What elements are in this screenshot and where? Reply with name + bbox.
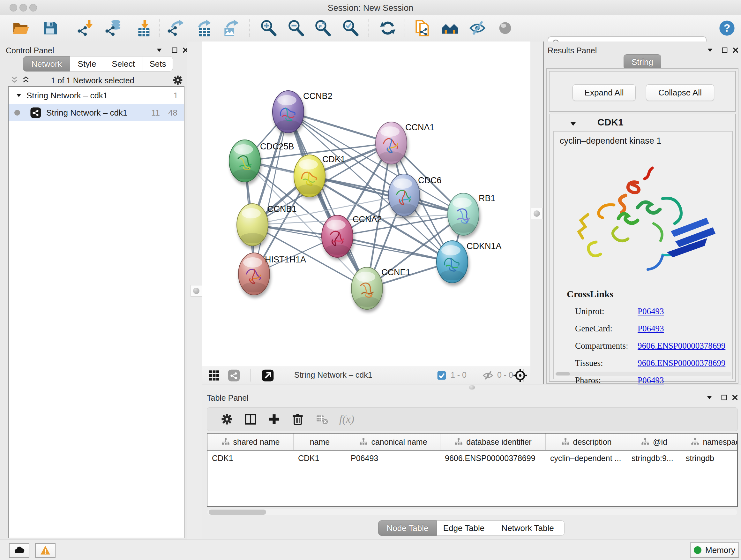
divider-collapse-handle[interactable] xyxy=(531,208,542,219)
table-panel-close-button[interactable] xyxy=(730,393,740,402)
network-node-CCNB2[interactable]: CCNB2 xyxy=(273,91,333,133)
control-panel-menu-button[interactable] xyxy=(154,45,164,55)
zoom-in-button[interactable] xyxy=(259,18,278,38)
table-cell: stringdb xyxy=(681,451,738,465)
column-header-database-identifier[interactable]: database identifier xyxy=(441,434,546,450)
collapse-arrow-icon[interactable] xyxy=(16,92,22,99)
help-button[interactable]: ? xyxy=(718,18,737,38)
column-header-canonical-name[interactable]: canonical name xyxy=(346,434,441,450)
export-image-button[interactable] xyxy=(221,18,240,38)
column-header-description[interactable]: description xyxy=(546,434,627,450)
tab-select[interactable]: Select xyxy=(104,56,143,71)
network-node-CCNB1[interactable]: CCNB1 xyxy=(237,204,297,246)
node-description: cyclin–dependent kinase 1 xyxy=(560,136,661,146)
crosslink-link[interactable]: 9606.ENSP00000378699 xyxy=(637,341,725,351)
results-panel-menu-button[interactable] xyxy=(705,45,715,55)
scrollbar-thumb[interactable] xyxy=(556,372,570,375)
table-panel-menu-button[interactable] xyxy=(704,393,714,402)
divider-handle[interactable] xyxy=(469,385,475,389)
table-panel-float-button[interactable] xyxy=(719,393,729,402)
export-table-button[interactable] xyxy=(193,18,212,38)
selected-checkbox-icon[interactable] xyxy=(436,370,447,381)
network-node-CDKN1A[interactable]: CDKN1A xyxy=(436,241,502,283)
crosslink-link[interactable]: P06493 xyxy=(637,307,664,316)
function-builder-button[interactable]: f(x) xyxy=(339,413,354,425)
new-network-from-selection-button[interactable] xyxy=(413,18,432,38)
network-node-RB1[interactable]: RB1 xyxy=(448,193,495,235)
network-node-CDK1[interactable]: CDK1 xyxy=(294,154,345,197)
card-scrollbar[interactable] xyxy=(555,372,731,376)
network-node-HIST1H1A[interactable]: HIST1H1A xyxy=(239,253,306,295)
section-collapse-icon[interactable] xyxy=(569,120,577,128)
crosslink-link[interactable]: P06493 xyxy=(637,324,664,334)
tab-node-table[interactable]: Node Table xyxy=(378,520,437,536)
tab-network[interactable]: Network xyxy=(23,56,70,71)
delete-table-icon[interactable] xyxy=(314,413,330,426)
gear-icon[interactable] xyxy=(172,74,184,86)
import-network-database-button[interactable] xyxy=(104,18,123,38)
results-panel-close-button[interactable] xyxy=(731,45,740,55)
network-node-CDC25B[interactable]: CDC25B xyxy=(229,140,294,182)
import-table-button[interactable] xyxy=(132,18,151,38)
memory-button[interactable]: Memory xyxy=(690,543,739,558)
show-hidden-button[interactable] xyxy=(495,18,515,38)
hidden-eye-icon[interactable] xyxy=(482,370,494,381)
birdseye-icon[interactable] xyxy=(513,368,528,383)
open-session-button[interactable] xyxy=(11,18,30,38)
crosslink-link[interactable]: P06493 xyxy=(637,375,664,385)
help-icon: ? xyxy=(718,19,736,37)
import-network-file-button[interactable] xyxy=(76,18,95,38)
export-network-button[interactable] xyxy=(166,18,185,38)
expand-all-button[interactable]: Expand All xyxy=(572,84,636,101)
chevron-down-icon xyxy=(706,47,714,54)
control-panel-float-button[interactable] xyxy=(170,45,179,55)
tab-edge-table[interactable]: Edge Table xyxy=(437,520,491,536)
crosslink-link[interactable]: 9606.ENSP00000378699 xyxy=(637,358,725,368)
network-node-CCNE1[interactable]: CCNE1 xyxy=(351,267,411,309)
table-settings-icon[interactable] xyxy=(220,412,234,426)
zoom-out-button[interactable] xyxy=(286,18,306,38)
panel-divider[interactable] xyxy=(187,42,202,540)
column-type-icon xyxy=(641,437,650,446)
chevron-down-icon xyxy=(706,394,713,401)
collapse-all-tree-icon[interactable] xyxy=(21,75,30,85)
detach-view-icon[interactable] xyxy=(261,369,274,382)
collapse-all-button[interactable]: Collapse All xyxy=(646,84,714,101)
grid-view-icon[interactable] xyxy=(207,369,221,382)
cloud-status-button[interactable] xyxy=(9,543,29,558)
zoom-selected-button[interactable] xyxy=(341,18,360,38)
column-header-namespace[interactable]: namespace xyxy=(681,434,738,450)
network-canvas[interactable]: CCNB2 CCNA1 CDC25B CDK1 CDC6 xyxy=(202,42,530,366)
table-row[interactable]: CDK1CDK1P064939606.ENSP00000378699cyclin… xyxy=(207,451,737,465)
tab-network-table[interactable]: Network Table xyxy=(491,520,564,536)
delete-column-icon[interactable] xyxy=(291,412,305,426)
hide-selected-button[interactable] xyxy=(468,18,487,38)
column-header--id[interactable]: @id xyxy=(627,434,681,450)
network-row[interactable]: String Network – cdk1 11 48 xyxy=(9,104,184,121)
title-bar: Session: New Session xyxy=(0,0,741,16)
tab-style[interactable]: Style xyxy=(70,56,104,71)
show-all-button[interactable] xyxy=(441,18,460,38)
expand-all-tree-icon[interactable] xyxy=(10,75,19,85)
tab-sets[interactable]: Sets xyxy=(143,56,173,71)
zoom-fit-button[interactable] xyxy=(313,18,332,38)
divider-collapse-handle[interactable] xyxy=(191,285,202,297)
scrollbar-thumb[interactable] xyxy=(209,509,266,515)
save-session-button[interactable] xyxy=(41,18,60,38)
network-node-CDC6[interactable]: CDC6 xyxy=(388,174,442,216)
show-columns-icon[interactable] xyxy=(244,412,258,426)
table-horizontal-scrollbar[interactable] xyxy=(207,509,737,515)
network-collection-row[interactable]: String Network – cdk1 1 xyxy=(9,87,184,104)
node-label-CDC25B: CDC25B xyxy=(260,142,294,151)
network-overview-icon[interactable] xyxy=(227,369,241,382)
network-graph[interactable]: CCNB2 CCNA1 CDC25B CDK1 CDC6 xyxy=(202,42,530,366)
network-edge[interactable] xyxy=(337,236,452,262)
tab-string[interactable]: String xyxy=(623,54,661,70)
add-column-icon[interactable] xyxy=(267,412,281,426)
results-panel-divider[interactable] xyxy=(530,42,543,384)
column-header-shared-name[interactable]: shared name xyxy=(207,434,293,450)
apply-layout-button[interactable] xyxy=(378,18,397,38)
warnings-button[interactable] xyxy=(35,543,56,558)
column-header-name[interactable]: name xyxy=(293,434,346,450)
results-panel-float-button[interactable] xyxy=(720,45,730,55)
